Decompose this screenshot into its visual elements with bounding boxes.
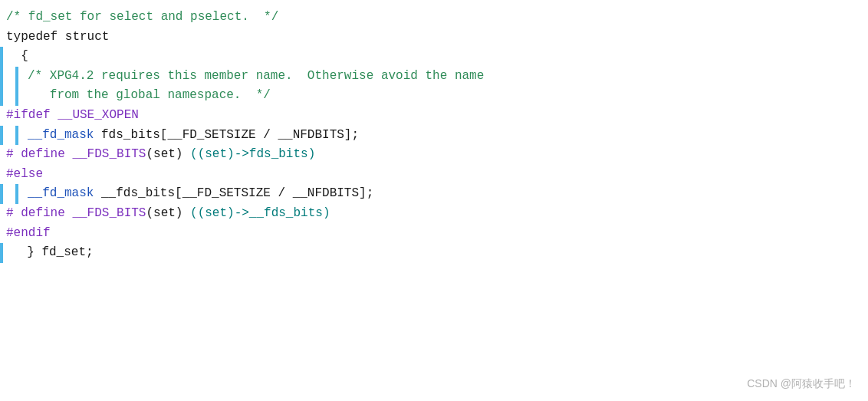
line-text: #else [6, 165, 43, 185]
line-bar-inner [15, 86, 18, 106]
line-bar-outer [0, 184, 3, 204]
code-line-13: } fd_set; [0, 243, 868, 263]
code-line-6: #ifdef __USE_XOPEN [0, 106, 868, 126]
line-text: #endif [6, 224, 51, 244]
watermark: CSDN @阿猿收手吧！ [747, 375, 856, 392]
line-bar-inner [15, 126, 18, 146]
line-text: { [6, 47, 28, 67]
code-line-12: #endif [0, 224, 868, 244]
line-text: } fd_set; [12, 243, 94, 263]
code-line-1: /* fd_set for select and pselect. */ [0, 8, 868, 28]
line-text: /* XPG4.2 requires this member name. Oth… [28, 67, 484, 87]
line-bar-outer [0, 67, 3, 87]
line-text: /* fd_set for select and pselect. */ [6, 8, 278, 28]
line-bar-outer [0, 86, 3, 106]
code-container: /* fd_set for select and pselect. */ typ… [0, 0, 868, 401]
code-line-7: __fd_mask fds_bits[__FD_SETSIZE / __NFDB… [0, 126, 868, 146]
line-bar [0, 47, 3, 67]
code-line-9: #else [0, 165, 868, 185]
line-bar [0, 243, 3, 263]
code-line-10: __fd_mask __fds_bits[__FD_SETSIZE / __NF… [0, 184, 868, 204]
line-text: # define __FDS_BITS(set) ((set)->fds_bit… [6, 145, 315, 165]
code-line-3: { [0, 47, 868, 67]
line-bar-outer [0, 126, 3, 146]
code-line-5: from the global namespace. */ [0, 86, 868, 106]
line-text: #ifdef __USE_XOPEN [6, 106, 139, 126]
line-text: # define __FDS_BITS(set) ((set)->__fds_b… [6, 204, 330, 224]
line-text: typedef struct [6, 28, 109, 48]
line-text: __fd_mask __fds_bits[__FD_SETSIZE / __NF… [28, 184, 373, 204]
code-line-4: /* XPG4.2 requires this member name. Oth… [0, 67, 868, 87]
line-bar-inner [15, 67, 18, 87]
code-line-2: typedef struct [0, 28, 868, 48]
line-text: __fd_mask fds_bits[__FD_SETSIZE / __NFDB… [28, 126, 359, 146]
line-bar-inner [15, 184, 18, 204]
code-line-8: # define __FDS_BITS(set) ((set)->fds_bit… [0, 145, 868, 165]
code-line-11: # define __FDS_BITS(set) ((set)->__fds_b… [0, 204, 868, 224]
line-text: from the global namespace. */ [28, 86, 271, 106]
